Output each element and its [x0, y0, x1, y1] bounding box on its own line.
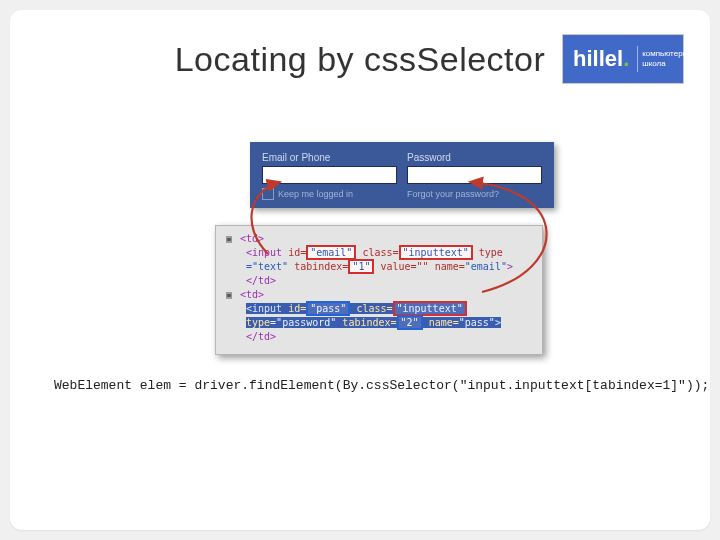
login-form-screenshot: Email or Phone Password Keep me logged i…	[250, 142, 554, 208]
collapse-icon: ▣	[224, 232, 234, 246]
inspector-email-input: <input id="email" class="inputtext" type…	[224, 246, 534, 274]
devtools-inspector: ▣ <td> <input id="email" class="inputtex…	[215, 225, 543, 355]
email-label: Email or Phone	[262, 152, 397, 163]
password-field	[407, 166, 542, 184]
checkbox-icon	[262, 188, 274, 200]
brand-logo: hillel. компьютернаяшкола	[562, 34, 684, 84]
collapse-icon: ▣	[224, 288, 234, 302]
logo-text: hillel.	[563, 35, 635, 83]
password-label: Password	[407, 152, 542, 163]
inspector-password-input: <input id="pass" class="inputtext" type=…	[224, 302, 534, 330]
email-field	[262, 166, 397, 184]
logo-subtitle: компьютернаяшкола	[637, 46, 700, 72]
keep-logged-in: Keep me logged in	[262, 188, 397, 200]
forgot-password-link: Forgot your password?	[407, 188, 542, 200]
code-sample: WebElement elem = driver.findElement(By.…	[54, 378, 709, 393]
